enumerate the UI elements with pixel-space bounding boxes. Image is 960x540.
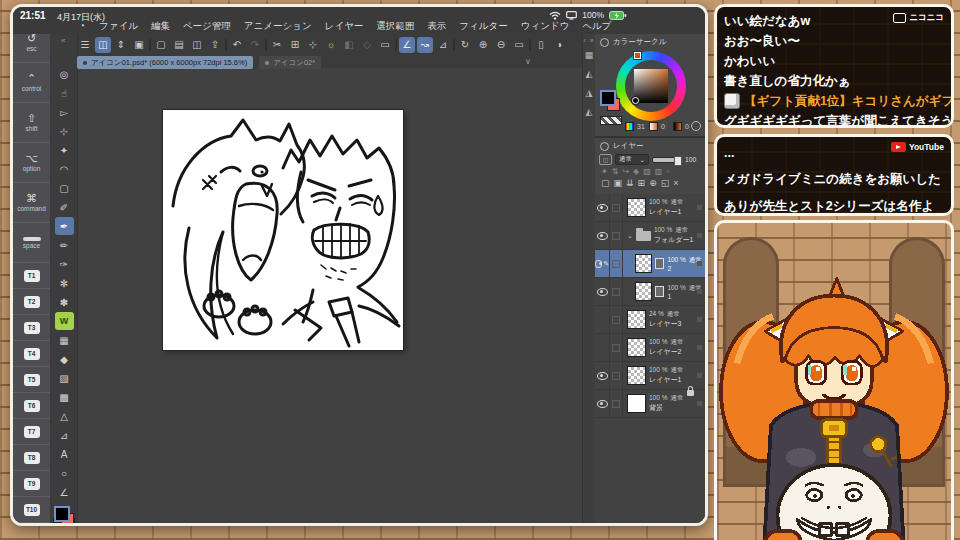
hue-ring[interactable] xyxy=(616,51,686,121)
layer-row[interactable]: ✎ ⌄ 100 %通常 レイヤー1 xyxy=(595,194,705,222)
command-bar-button[interactable]: ↝ xyxy=(417,37,433,53)
layer-select-checkbox[interactable] xyxy=(610,390,623,417)
layer-row[interactable]: ✎ ⌄ 100 %通常 背景 xyxy=(595,390,705,418)
dock-panel-icon[interactable]: ◭ xyxy=(586,69,593,79)
saturation-value-square[interactable] xyxy=(634,69,668,103)
menu-item[interactable]: アニメーション xyxy=(244,20,312,33)
command-bar-button[interactable]: ✂ xyxy=(269,37,285,53)
app-menu-icon[interactable]: ◔ xyxy=(79,20,85,31)
command-bar-button[interactable]: ▭ xyxy=(377,37,393,53)
tool-button[interactable]: ⊿ xyxy=(55,426,74,444)
tool-button[interactable]: ✏ xyxy=(55,236,74,254)
shortcut-key[interactable]: T3 xyxy=(13,315,50,341)
layer-select-checkbox[interactable] xyxy=(610,250,623,277)
blend-mode-dropdown[interactable]: 通常 ⌄ xyxy=(615,154,649,165)
command-bar-button[interactable]: ◫ xyxy=(189,37,205,53)
layer-row[interactable]: ✎ ⌄ 100 %通常 2 xyxy=(595,250,705,278)
combine-mode-icon[interactable]: ◫ xyxy=(599,154,612,165)
command-bar-button[interactable]: ⊕ xyxy=(475,37,491,53)
tool-button[interactable]: ◠ xyxy=(55,160,74,178)
menu-item[interactable]: 選択範囲 xyxy=(376,20,414,33)
command-bar-button[interactable]: ⊞ xyxy=(287,37,303,53)
command-bar-button[interactable] xyxy=(395,39,397,51)
dock-panel-icon[interactable]: ◭ xyxy=(586,107,593,117)
drawing-canvas[interactable] xyxy=(163,110,403,350)
menu-item[interactable]: ファイル xyxy=(99,20,138,33)
foreground-color-swatch[interactable] xyxy=(54,506,70,522)
shortcut-key[interactable]: space xyxy=(13,223,50,263)
tool-button[interactable]: ∠ xyxy=(55,483,74,501)
layer-action-icon[interactable]: ▢ xyxy=(601,178,610,188)
shortcut-key[interactable]: T10 xyxy=(13,497,50,523)
tool-button[interactable]: ☝ xyxy=(55,84,74,102)
tool-button[interactable]: ▦ xyxy=(55,331,74,349)
layer-thumbnail[interactable] xyxy=(627,338,646,357)
shortcut-key[interactable]: ⌥ option xyxy=(13,143,50,183)
hue-marker[interactable] xyxy=(634,52,641,59)
layer-action-icon[interactable]: ◱ xyxy=(661,178,670,188)
shortcut-key[interactable]: T4 xyxy=(13,341,50,367)
command-bar-button[interactable]: ▢ xyxy=(153,37,169,53)
layer-thumbnail[interactable] xyxy=(627,310,646,329)
layer-effect-icon[interactable]: ▥ xyxy=(655,167,663,176)
layer-action-icon[interactable]: × xyxy=(673,178,678,188)
command-bar-button[interactable]: ▭ xyxy=(511,37,527,53)
layer-thumbnail[interactable] xyxy=(635,282,652,301)
tab-overflow-chevron[interactable]: ∨ xyxy=(525,57,531,66)
tool-button[interactable]: ✐ xyxy=(55,198,74,216)
layer-row[interactable]: ✎ ⌄ 100 %通常 フォルダー1 xyxy=(595,222,705,250)
shortcut-key[interactable]: T7 xyxy=(13,419,50,445)
command-bar-button[interactable]: ▯ xyxy=(533,37,549,53)
opacity-slider-knob[interactable] xyxy=(674,156,682,166)
color-set-icon[interactable] xyxy=(691,121,701,131)
layer-effect-icon[interactable]: ⇅ xyxy=(612,167,619,176)
command-bar-button[interactable]: ◧ xyxy=(341,37,357,53)
shortcut-key[interactable]: T5 xyxy=(13,367,50,393)
layer-effect-icon[interactable]: ↪ xyxy=(622,167,629,176)
color-panel-header[interactable]: カラーサークル xyxy=(595,34,705,49)
layer-visibility-toggle[interactable]: ✎ xyxy=(595,390,610,417)
layer-visibility-toggle[interactable]: ✎ xyxy=(595,278,610,305)
layer-thumbnail[interactable] xyxy=(627,366,646,385)
tool-button[interactable]: W xyxy=(55,312,74,330)
command-bar-button[interactable] xyxy=(225,39,227,51)
layer-select-checkbox[interactable] xyxy=(610,362,623,389)
layer-visibility-toggle[interactable]: ✎ xyxy=(595,250,610,277)
command-bar-button[interactable] xyxy=(149,39,151,51)
folder-expand-chevron[interactable]: ⌄ xyxy=(627,232,633,240)
command-bar-button[interactable]: ☼ xyxy=(323,37,339,53)
menu-item[interactable]: フィルター xyxy=(459,20,507,33)
layer-effect-icon[interactable]: ▧ xyxy=(643,167,651,176)
command-bar-button[interactable]: ↻ xyxy=(457,37,473,53)
tool-button[interactable]: ✒ xyxy=(55,217,74,235)
menu-item[interactable]: ページ管理 xyxy=(183,20,231,33)
shortcut-key[interactable]: ⌘ command xyxy=(13,183,50,223)
menu-item[interactable]: 編集 xyxy=(151,20,170,33)
layer-row[interactable]: ✎ ⌄ 100 %通常 レイヤー2 xyxy=(595,334,705,362)
tool-button[interactable]: △ xyxy=(55,407,74,425)
menu-item[interactable]: ウィンドウ xyxy=(521,20,570,33)
layer-select-checkbox[interactable] xyxy=(610,194,623,221)
command-bar-button[interactable]: ◑ xyxy=(551,37,567,53)
layer-visibility-toggle[interactable]: ✎ xyxy=(595,306,610,333)
layer-row[interactable]: ✎ ⌄ 100 %通常 1 xyxy=(595,278,705,306)
toolbar-collapse-icon[interactable]: « xyxy=(61,36,65,45)
command-bar-button[interactable]: ⇪ xyxy=(207,37,223,53)
tool-button[interactable]: ⊹ xyxy=(55,122,74,140)
shortcut-key[interactable]: T6 xyxy=(13,393,50,419)
tool-button[interactable]: A xyxy=(55,445,74,463)
layer-thumbnail-white[interactable] xyxy=(627,394,646,413)
panel-foreground-swatch[interactable] xyxy=(600,90,616,106)
command-bar-button[interactable]: ↶ xyxy=(229,37,245,53)
layer-action-icon[interactable]: ⊞ xyxy=(638,178,646,188)
layer-effect-icon[interactable]: ◈ xyxy=(633,167,639,176)
menu-item[interactable]: 表示 xyxy=(427,20,446,33)
command-bar-button[interactable] xyxy=(453,39,455,51)
document-tab-active[interactable]: アイコン01.psd* (6000 x 6000px 72dpi 15.6%) xyxy=(77,56,253,69)
shortcut-key[interactable]: ⇧ shift xyxy=(13,103,50,143)
shortcut-key[interactable]: T8 xyxy=(13,445,50,471)
dock-panel-icon[interactable]: ◮ xyxy=(586,88,593,98)
layer-action-icon[interactable]: ⊕ xyxy=(649,178,657,188)
layer-thumbnail[interactable] xyxy=(627,198,646,217)
layer-select-checkbox[interactable] xyxy=(610,334,623,361)
